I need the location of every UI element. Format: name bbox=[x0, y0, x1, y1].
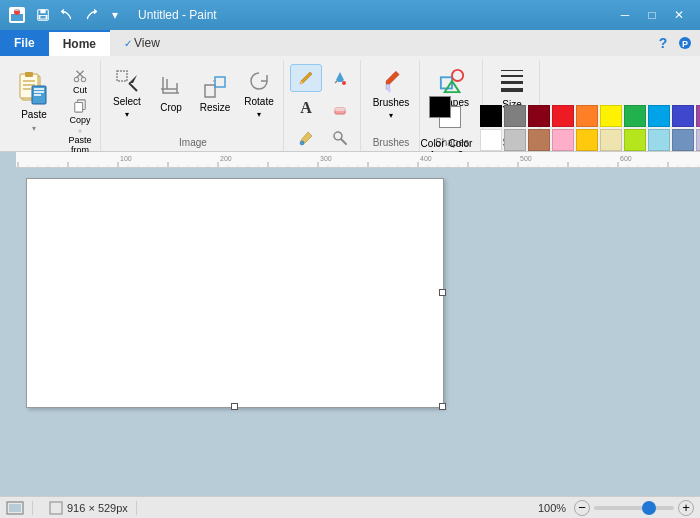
horizontal-ruler: 100200300400500600700 bbox=[16, 152, 700, 168]
cut-button[interactable]: Cut bbox=[64, 68, 96, 96]
paste-button[interactable]: Paste bbox=[8, 64, 60, 126]
clipboard-group: Paste ▾ Cut bbox=[4, 60, 101, 151]
svg-rect-31 bbox=[205, 85, 215, 97]
select-button[interactable]: Select ▾ bbox=[107, 64, 147, 124]
image-group: Select ▾ Crop Resize bbox=[103, 60, 284, 151]
palette-color-13[interactable] bbox=[552, 129, 574, 151]
svg-rect-28 bbox=[117, 71, 127, 81]
file-menu[interactable]: File bbox=[0, 30, 49, 56]
copy-label: Copy bbox=[69, 115, 90, 125]
status-dimensions: 916 × 529px bbox=[41, 501, 137, 515]
title-bar: ▾ Untitled - Paint ─ □ ✕ bbox=[0, 0, 700, 30]
tools-group: A bbox=[286, 60, 361, 151]
rotate-label: Rotate bbox=[244, 96, 273, 107]
paint-canvas[interactable] bbox=[26, 178, 444, 408]
palette-color-0[interactable] bbox=[480, 105, 502, 127]
palette-color-11[interactable] bbox=[504, 129, 526, 151]
brushes-group-label: Brushes bbox=[367, 135, 415, 151]
svg-text:500: 500 bbox=[520, 155, 532, 162]
minimize-button[interactable]: ─ bbox=[612, 2, 638, 28]
palette-color-2[interactable] bbox=[528, 105, 550, 127]
resize-button[interactable]: Resize bbox=[195, 64, 235, 124]
palette-color-4[interactable] bbox=[576, 105, 598, 127]
status-canvas-icon bbox=[6, 501, 33, 515]
palette-color-5[interactable] bbox=[600, 105, 622, 127]
app-icon bbox=[8, 6, 26, 24]
title-bar-title: Untitled - Paint bbox=[138, 8, 217, 22]
svg-text:P: P bbox=[682, 39, 688, 49]
status-bar: 916 × 529px 100% − + bbox=[0, 496, 700, 518]
zoom-controls: 100% − + bbox=[538, 500, 694, 516]
color-palette bbox=[480, 105, 700, 151]
magnifier-tool-button[interactable] bbox=[324, 124, 356, 152]
palette-color-6[interactable] bbox=[624, 105, 646, 127]
maximize-button[interactable]: □ bbox=[639, 2, 665, 28]
canvas-resize-handle-right[interactable] bbox=[439, 289, 446, 296]
pencil-tool-button[interactable] bbox=[290, 64, 322, 92]
undo-button[interactable] bbox=[56, 4, 78, 26]
svg-point-33 bbox=[342, 81, 346, 85]
palette-color-18[interactable] bbox=[672, 129, 694, 151]
svg-point-22 bbox=[74, 77, 78, 81]
svg-text:400: 400 bbox=[420, 155, 432, 162]
palette-color-3[interactable] bbox=[552, 105, 574, 127]
palette-color-19[interactable] bbox=[696, 129, 700, 151]
palette-color-17[interactable] bbox=[648, 129, 670, 151]
svg-rect-1 bbox=[11, 14, 23, 21]
close-button[interactable]: ✕ bbox=[666, 2, 692, 28]
home-tab[interactable]: Home bbox=[49, 30, 110, 56]
svg-rect-17 bbox=[34, 88, 44, 90]
svg-text:100: 100 bbox=[120, 155, 132, 162]
view-check-icon: ✓ bbox=[124, 38, 132, 49]
palette-color-10[interactable] bbox=[480, 129, 502, 151]
svg-point-36 bbox=[300, 141, 304, 145]
svg-text:600: 600 bbox=[620, 155, 632, 162]
crop-button[interactable]: Crop bbox=[151, 64, 191, 124]
svg-point-23 bbox=[81, 77, 85, 81]
svg-rect-144 bbox=[50, 502, 62, 514]
customize-qa-button[interactable]: ▾ bbox=[104, 4, 126, 26]
image-group-label: Image bbox=[107, 135, 279, 151]
zoom-out-button[interactable]: − bbox=[574, 500, 590, 516]
palette-color-9[interactable] bbox=[696, 105, 700, 127]
palette-color-14[interactable] bbox=[576, 129, 598, 151]
fill-tool-button[interactable] bbox=[324, 64, 356, 92]
copy-button[interactable]: Copy bbox=[64, 98, 96, 126]
brushes-dropdown-arrow: ▾ bbox=[389, 111, 393, 120]
svg-line-38 bbox=[341, 139, 346, 144]
select-label: Select bbox=[113, 96, 141, 107]
svg-rect-7 bbox=[40, 16, 45, 19]
rotate-button[interactable]: Rotate ▾ bbox=[239, 64, 279, 124]
svg-rect-5 bbox=[40, 10, 45, 14]
paint-online-button[interactable]: P bbox=[674, 32, 696, 54]
redo-button[interactable] bbox=[80, 4, 102, 26]
save-quickaccess-button[interactable] bbox=[32, 4, 54, 26]
palette-color-15[interactable] bbox=[600, 129, 622, 151]
brushes-button[interactable]: Brushes ▾ bbox=[367, 64, 415, 124]
eraser-tool-button[interactable] bbox=[324, 94, 356, 122]
text-tool-button[interactable]: A bbox=[290, 94, 322, 122]
svg-rect-143 bbox=[9, 504, 21, 512]
svg-text:200: 200 bbox=[220, 155, 232, 162]
canvas-scroll-area[interactable] bbox=[16, 168, 700, 496]
svg-rect-25 bbox=[75, 103, 83, 113]
help-button[interactable]: ? bbox=[652, 32, 674, 54]
svg-rect-15 bbox=[23, 88, 31, 90]
canvas-resize-handle-corner[interactable] bbox=[439, 403, 446, 410]
zoom-slider-thumb[interactable] bbox=[642, 501, 656, 515]
zoom-slider[interactable] bbox=[594, 506, 674, 510]
view-tab[interactable]: ✓ View bbox=[110, 30, 174, 56]
palette-color-12[interactable] bbox=[528, 129, 550, 151]
palette-color-7[interactable] bbox=[648, 105, 670, 127]
palette-color-1[interactable] bbox=[504, 105, 526, 127]
svg-rect-32 bbox=[215, 77, 225, 87]
ribbon: Paste ▾ Cut bbox=[0, 56, 700, 152]
paste-dropdown[interactable]: ▾ bbox=[32, 124, 36, 133]
color1-swatch[interactable] bbox=[429, 96, 451, 118]
eyedropper-tool-button[interactable] bbox=[290, 124, 322, 152]
canvas-resize-handle-bottom[interactable] bbox=[231, 403, 238, 410]
resize-label: Resize bbox=[200, 102, 231, 113]
zoom-in-button[interactable]: + bbox=[678, 500, 694, 516]
palette-color-16[interactable] bbox=[624, 129, 646, 151]
palette-color-8[interactable] bbox=[672, 105, 694, 127]
